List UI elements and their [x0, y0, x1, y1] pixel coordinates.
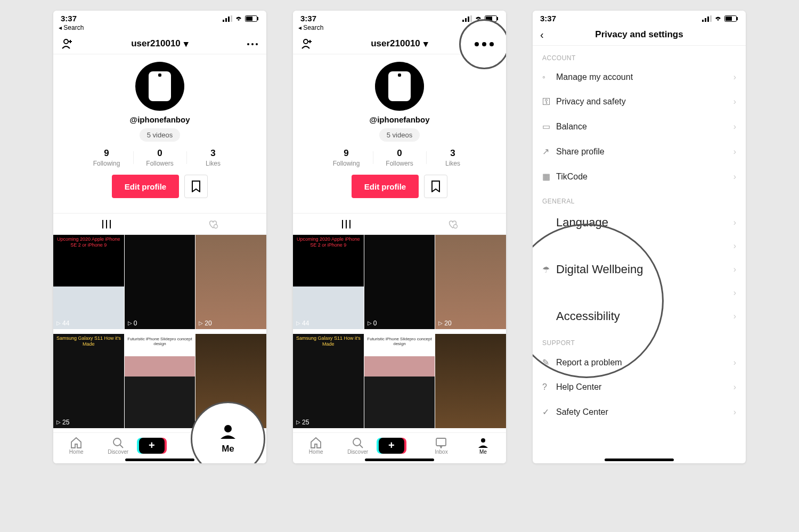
person-icon: ◦ — [542, 72, 556, 82]
svg-point-14 — [214, 224, 218, 228]
chevron-right-icon: › — [733, 382, 736, 392]
home-icon — [70, 437, 83, 448]
chevron-right-icon: › — [733, 358, 736, 367]
video-cell[interactable]: Futuristic iPhone Slidepro concept desig… — [364, 334, 435, 428]
video-cell[interactable]: Upcoming 2020 Apple iPhone SE 2 or iPhon… — [293, 235, 364, 329]
tab-liked[interactable] — [160, 214, 266, 234]
add-person-icon[interactable] — [300, 38, 313, 50]
stat-following[interactable]: 9Following — [320, 148, 373, 167]
grid-icon — [341, 220, 351, 228]
profile-header: user210010 ▾ ⋯ — [293, 34, 506, 54]
svg-rect-3 — [231, 15, 232, 22]
row-tikcode[interactable]: ▦TikCode› — [533, 164, 746, 189]
more-icon[interactable] — [246, 39, 259, 48]
svg-rect-12 — [106, 220, 107, 228]
nav-discover[interactable]: Discover — [337, 436, 378, 455]
tab-videos[interactable] — [53, 214, 160, 234]
search-icon — [112, 437, 125, 448]
bookmark-button[interactable] — [184, 175, 208, 198]
chevron-right-icon: › — [733, 288, 736, 298]
person-icon — [237, 437, 250, 448]
nav-me[interactable]: Me — [223, 436, 264, 455]
svg-point-35 — [481, 438, 485, 443]
stat-following[interactable]: 9Following — [80, 148, 133, 167]
row-hidden-2[interactable]: › — [533, 284, 746, 302]
row-accessibility[interactable]: Accessibility› — [533, 302, 746, 331]
lock-icon: ⚿ — [542, 97, 556, 107]
edit-profile-button[interactable]: Edit profile — [352, 175, 419, 198]
add-person-icon[interactable] — [61, 38, 74, 50]
view-count: 0 — [368, 320, 377, 327]
bookmark-button[interactable] — [424, 175, 447, 198]
svg-rect-34 — [436, 438, 446, 446]
nav-me[interactable]: Me — [462, 436, 504, 455]
avatar[interactable] — [135, 62, 184, 111]
view-count: 20 — [438, 320, 451, 327]
video-cell[interactable]: Samsung Galaxy S11 How it's Made25 — [53, 334, 124, 428]
stat-followers[interactable]: 0Followers — [133, 148, 186, 167]
row-report-problem[interactable]: ✎Report a problem› — [533, 350, 746, 375]
svg-rect-45 — [737, 17, 738, 20]
svg-point-31 — [454, 224, 458, 228]
video-cell[interactable]: Upcoming 2020 Apple iPhone SE 2 or iPhon… — [53, 235, 124, 329]
row-balance[interactable]: ▭Balance› — [533, 114, 746, 139]
row-manage-account[interactable]: ◦Manage my account› — [533, 65, 746, 89]
plus-icon: + — [139, 438, 165, 454]
tab-liked[interactable] — [399, 214, 506, 234]
nav-create[interactable]: + — [139, 438, 181, 454]
video-cell[interactable]: 0 — [364, 235, 435, 329]
row-help-center[interactable]: ?Help Center› — [533, 375, 746, 399]
share-icon: ↗ — [542, 146, 556, 157]
chevron-right-icon: › — [733, 172, 736, 182]
profile-screen-2: 3:37 Search user210010 ▾ ⋯ @iphonefanboy… — [293, 11, 506, 463]
inbox-icon — [435, 437, 447, 448]
battery-icon — [245, 15, 259, 22]
video-count-chip[interactable]: 5 videos — [140, 128, 180, 142]
avatar[interactable] — [375, 62, 424, 111]
status-time: 3:37 — [540, 14, 556, 23]
stat-likes[interactable]: 3Likes — [426, 148, 479, 167]
row-digital-wellbeing[interactable]: ☂Digital Wellbeing› — [533, 255, 746, 284]
profile-section: @iphonefanboy 5 videos 9Following 0Follo… — [293, 54, 506, 206]
video-cell[interactable] — [435, 334, 506, 428]
video-count-chip[interactable]: 5 videos — [379, 128, 420, 142]
video-cell[interactable]: 20 — [195, 235, 266, 329]
grid-icon — [102, 220, 111, 228]
stat-likes[interactable]: 3Likes — [186, 148, 240, 167]
nav-home[interactable]: Home — [55, 436, 97, 455]
svg-rect-11 — [102, 220, 103, 228]
username: user210010 — [371, 38, 420, 49]
view-count: 25 — [296, 419, 309, 426]
row-language[interactable]: Language› — [533, 208, 746, 237]
row-share-profile[interactable]: ↗Share profile› — [533, 139, 746, 164]
tab-videos[interactable] — [293, 214, 399, 234]
svg-rect-29 — [346, 220, 347, 228]
back-icon[interactable]: ‹ — [540, 29, 544, 41]
nav-inbox[interactable]: Inbox — [420, 436, 462, 455]
video-cell[interactable]: Samsung Galaxy S11 How it's Made25 — [293, 334, 364, 428]
video-cell[interactable]: 0 — [125, 235, 195, 329]
video-cell[interactable]: Futuristic iPhone Slidepro concept desig… — [125, 334, 195, 428]
row-hidden-1[interactable]: › — [533, 237, 746, 255]
home-icon — [309, 437, 322, 448]
qr-icon: ▦ — [542, 171, 556, 182]
back-to-search[interactable]: Search — [293, 24, 506, 34]
row-safety-center[interactable]: ✓Safety Center› — [533, 399, 746, 424]
profile-actions: Edit profile — [53, 175, 266, 198]
video-cell[interactable]: 20 — [435, 235, 506, 329]
edit-profile-button[interactable]: Edit profile — [112, 175, 179, 198]
row-privacy-safety[interactable]: ⚿Privacy and safety› — [533, 89, 746, 114]
svg-rect-42 — [710, 15, 712, 22]
settings-screen: 3:37 ‹ Privacy and settings ACCOUNT ◦Man… — [533, 11, 746, 463]
nav-create[interactable]: + — [379, 438, 420, 454]
nav-inbox[interactable]: Inbox — [181, 436, 222, 455]
nav-home[interactable]: Home — [295, 436, 337, 455]
nav-discover[interactable]: Discover — [97, 436, 138, 455]
username-dropdown[interactable]: user210010 ▾ — [371, 38, 428, 50]
video-cell[interactable] — [195, 334, 266, 428]
back-to-search[interactable]: Search — [53, 24, 266, 34]
username-dropdown[interactable]: user210010 ▾ — [131, 38, 189, 50]
profile-header: user210010 ▾ — [53, 34, 266, 54]
stat-followers[interactable]: 0Followers — [373, 148, 426, 167]
section-support: SUPPORT — [533, 331, 746, 350]
